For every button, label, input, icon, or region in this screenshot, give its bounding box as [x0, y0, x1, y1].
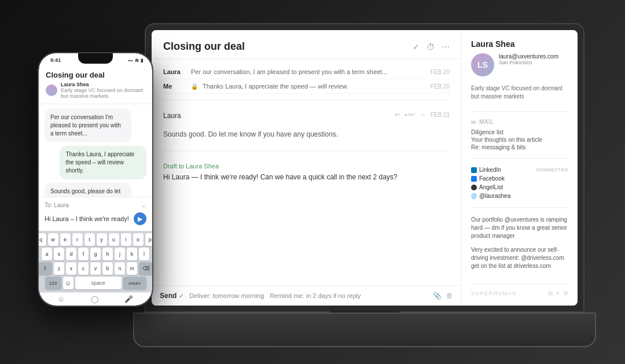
mic-icon[interactable]: 🎤 — [124, 295, 133, 303]
expanded-message: Laura ↩ ↩↩ → FEB 21 Sounds good. Do let … — [163, 100, 450, 142]
compose-icons: 📎 🗑 — [433, 292, 453, 300]
key-h[interactable]: h — [102, 248, 113, 260]
key-m[interactable]: m — [127, 262, 137, 275]
key-i[interactable]: i — [121, 233, 131, 246]
email-thread-panel: Closing our deal ✓ ⏱ ⋯ Laura Per our con… — [152, 30, 462, 306]
key-space[interactable]: space — [75, 277, 122, 289]
keyboard-row-1: q w e r t y u i o p — [41, 233, 150, 246]
key-y[interactable]: y — [97, 233, 107, 246]
bottom-icons: ⊞ ≡ ⚙ — [548, 290, 568, 296]
phone-bubble-received: Per our conversation I'm pleased to pres… — [45, 109, 131, 142]
key-return[interactable]: return — [123, 277, 146, 289]
mail-icon: ✉ — [471, 119, 476, 126]
expanded-sender: Laura — [163, 106, 181, 123]
expanded-date: FEB 21 — [431, 112, 450, 118]
key-c[interactable]: c — [78, 262, 89, 275]
key-a[interactable]: a — [42, 248, 52, 260]
angellist-row: AngelList — [471, 183, 568, 192]
phone-contact-name: Laura Shea — [61, 82, 145, 87]
linkedin-row: LinkedIn CONNECTED — [471, 166, 568, 174]
key-g[interactable]: g — [90, 248, 101, 260]
key-backspace[interactable]: ⌫ — [139, 262, 152, 275]
list-icon[interactable]: ≡ — [556, 290, 560, 296]
mail-item[interactable]: Your thoughts on this article — [471, 136, 568, 144]
facebook-label: Facebook — [479, 175, 505, 182]
phone-email-header: Closing our deal Laura Shea Early stage … — [39, 67, 152, 104]
draft-label: Draft to Laura Shea — [163, 157, 450, 172]
key-123[interactable]: 123 — [45, 277, 61, 289]
laptop: Closing our deal ✓ ⏱ ⋯ Laura Per our con… — [133, 23, 596, 347]
message-preview: Per our conversation, I am pleased to pr… — [191, 68, 426, 75]
grid-icon[interactable]: ⊞ — [548, 290, 553, 296]
phone-thread-title: Closing our deal — [46, 71, 145, 79]
message-date: FEB 20 — [431, 83, 450, 90]
key-j[interactable]: j — [115, 248, 125, 260]
message-text: Thanks Laura, I appreciate the speed – w… — [65, 151, 134, 174]
deliver-option[interactable]: Deliver: tomorrow morning — [189, 292, 264, 299]
key-z[interactable]: z — [54, 262, 64, 275]
key-shift[interactable]: ⇧ — [39, 262, 52, 275]
key-r[interactable]: r — [72, 233, 83, 246]
key-d[interactable]: d — [66, 248, 76, 260]
replyall-icon[interactable]: ↩↩ — [405, 111, 415, 119]
compose-bar: Send ✓ Deliver: tomorrow morning Remind … — [152, 285, 461, 306]
key-w[interactable]: w — [48, 233, 58, 246]
message-sender: Laura — [163, 68, 186, 75]
key-s[interactable]: s — [54, 248, 64, 260]
key-f[interactable]: f — [78, 248, 89, 260]
phone-contact-subtitle: Early stage VC focused on dormant but ma… — [61, 87, 145, 99]
key-b[interactable]: b — [102, 262, 113, 275]
mail-item[interactable]: Re: messaging & bits — [471, 144, 568, 151]
home-indicator: ◯ — [91, 295, 98, 303]
key-u[interactable]: u — [109, 233, 119, 246]
message-text: Per our conversation I'm pleased to pres… — [50, 114, 121, 137]
mail-section-label: Mail — [479, 119, 494, 125]
key-t[interactable]: t — [84, 233, 95, 246]
thread-title: Closing our deal — [163, 41, 245, 53]
twitter-row: @ @laurashea — [471, 192, 568, 200]
draft-section: Draft to Laura Shea Hi Laura — I think w… — [163, 150, 450, 182]
key-o[interactable]: o — [133, 233, 144, 246]
laptop-base — [133, 312, 596, 347]
key-emoji[interactable]: ☺ — [63, 277, 73, 289]
key-q[interactable]: q — [39, 233, 46, 246]
trash-icon[interactable]: 🗑 — [446, 292, 453, 300]
phone-to-line: To: Laura ⌄ — [45, 200, 146, 210]
key-v[interactable]: v — [90, 262, 101, 275]
expand-icon[interactable]: ⌄ — [141, 201, 146, 209]
send-button[interactable]: Send ✓ — [160, 292, 183, 300]
key-l[interactable]: l — [139, 248, 149, 260]
keyboard-row-3: ⇧ z x c v b n m ⌫ — [41, 262, 150, 275]
wifi-icon: ⋒ — [135, 58, 139, 63]
reply-icon[interactable]: ↩ — [395, 111, 400, 119]
emoji-icon[interactable]: ☺ — [58, 295, 65, 303]
email-app: Closing our deal ✓ ⏱ ⋯ Laura Per our con… — [152, 30, 578, 306]
contact-info-row: LS laura@uxventures.com San Francisco — [471, 53, 568, 76]
divider — [471, 158, 568, 159]
forward-icon[interactable]: → — [420, 111, 426, 118]
battery-icon: ▮ — [141, 58, 143, 63]
settings-icon[interactable]: ⚙ — [563, 290, 568, 296]
contact-bottom-bar: SUPERHUMAN ⊞ ≡ ⚙ — [471, 284, 568, 296]
key-e[interactable]: e — [60, 233, 71, 246]
key-n[interactable]: n — [115, 262, 125, 275]
attachment-icon[interactable]: 📎 — [433, 292, 442, 300]
check-icon[interactable]: ✓ — [413, 42, 420, 52]
draft-body: Hi Laura — I think we're ready! Can we h… — [163, 172, 450, 182]
phone-draft-input[interactable]: Hi Laura – I think we're ready! ▶ — [45, 210, 146, 227]
contact-email[interactable]: laura@uxventures.com — [499, 53, 558, 60]
send-label: Send — [160, 292, 177, 300]
expanded-body: Sounds good. Do let me know if you have … — [163, 127, 450, 142]
key-x[interactable]: x — [66, 262, 76, 275]
key-p[interactable]: p — [145, 233, 153, 246]
phone-send-button[interactable]: ▶ — [134, 212, 146, 225]
mail-item[interactable]: Diligence list — [471, 128, 568, 136]
more-icon[interactable]: ⋯ — [442, 42, 450, 52]
clock-icon[interactable]: ⏱ — [427, 42, 435, 52]
tweets-section: Our portfolio @uxventures is ramping har… — [471, 215, 568, 271]
remind-option[interactable]: Remind me: in 2 days if no reply — [270, 292, 361, 299]
phone-compose: To: Laura ⌄ Hi Laura – I think we're rea… — [39, 197, 152, 231]
linkedin-badge: CONNECTED — [536, 167, 568, 172]
key-k[interactable]: k — [127, 248, 137, 260]
tweet-2: Very excited to announce our self-drivin… — [471, 245, 568, 271]
